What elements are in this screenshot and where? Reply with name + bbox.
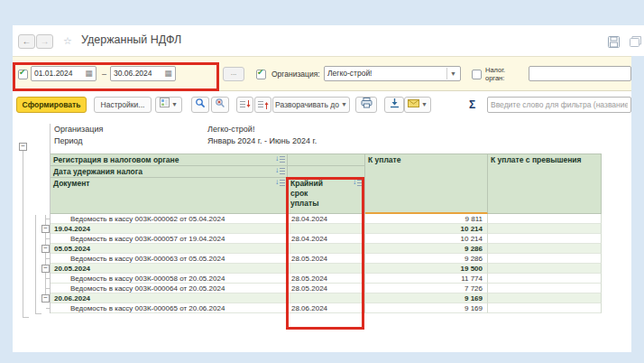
organization-label: Организация: <box>271 70 320 79</box>
collapse-group-icon[interactable] <box>41 294 50 302</box>
period-checkbox[interactable] <box>18 70 28 79</box>
collapse-report-icon[interactable] <box>19 143 27 151</box>
document-cell[interactable]: 19.04.2024 <box>51 224 288 234</box>
calendar-icon[interactable]: ▦ <box>83 68 95 79</box>
document-cell[interactable]: Ведомость в кассу 003К-000065 от 20.06.2… <box>51 303 288 313</box>
header-deadline[interactable]: Крайний срок уплаты ↓ <box>288 178 365 214</box>
amount-cell[interactable]: 9 286 <box>365 254 488 264</box>
deadline-cell[interactable] <box>288 224 365 234</box>
sort-icon[interactable]: ↓ <box>275 155 285 163</box>
report-variants-button[interactable]: ▼ <box>155 97 182 113</box>
table-row[interactable]: Ведомость в кассу 003К-000065 от 20.06.2… <box>51 303 602 313</box>
deadline-cell[interactable]: 28.04.2024 <box>288 234 365 244</box>
expand-groups-icon[interactable] <box>236 97 253 113</box>
deadline-cell[interactable] <box>288 293 365 303</box>
filter-input[interactable] <box>487 97 631 113</box>
info-org-value: Легко-строй! <box>207 124 254 135</box>
deadline-cell[interactable] <box>288 244 365 254</box>
sort-icon[interactable]: ↓ <box>353 179 363 186</box>
send-email-button[interactable]: ▼ <box>404 97 431 113</box>
amount-cell[interactable]: 10 214 <box>365 224 488 234</box>
document-cell[interactable]: Ведомость в кассу 003К-000057 от 19.04.2… <box>51 234 288 244</box>
table-row[interactable]: Ведомость в кассу 003К-000062 от 05.04.2… <box>51 214 602 224</box>
deadline-cell[interactable]: 28.05.2024 <box>288 254 365 264</box>
sigma-totals-icon[interactable]: Σ <box>469 98 475 111</box>
save-icon[interactable] <box>608 35 620 51</box>
date-to-field[interactable]: 30.06.2024 ▦ <box>110 66 176 81</box>
collapse-group-icon[interactable] <box>41 245 50 253</box>
excess-cell[interactable] <box>488 244 602 254</box>
deadline-cell[interactable]: 28.05.2024 <box>288 284 365 293</box>
download-button[interactable] <box>384 97 404 113</box>
tax-authority-field[interactable] <box>529 66 631 81</box>
table-row[interactable]: Ведомость в кассу 003К-000064 от 20.05.2… <box>51 284 602 293</box>
document-cell[interactable]: Ведомость в кассу 003К-000064 от 20.05.2… <box>51 284 288 293</box>
table-row[interactable]: 19.04.2024 10 214 <box>51 224 602 234</box>
header-to-pay[interactable]: К уплате <box>365 154 488 214</box>
table-row[interactable]: 20.06.2024 9 169 <box>51 293 602 303</box>
collapse-group-icon[interactable] <box>41 265 50 273</box>
header-registration-label: Регистрация в налоговом органе <box>53 155 179 164</box>
header-document[interactable]: Документ ↓ <box>51 178 288 214</box>
excess-cell[interactable] <box>488 264 602 274</box>
excess-cell[interactable] <box>488 284 602 293</box>
amount-cell[interactable]: 19 500 <box>365 264 488 274</box>
document-cell[interactable]: Ведомость в кассу 003К-000062 от 05.04.2… <box>51 214 288 224</box>
organization-select[interactable]: Легко-строй! ▼ <box>324 66 461 81</box>
table-row[interactable]: Ведомость в кассу 003К-000058 от 20.05.2… <box>51 274 602 284</box>
period-more-button[interactable]: ... <box>223 67 244 81</box>
tree-line <box>35 313 41 314</box>
header-to-pay-excess[interactable]: К уплате с превышения <box>488 154 602 214</box>
amount-cell[interactable]: 9 286 <box>365 244 488 254</box>
table-row[interactable]: Ведомость в кассу 003К-000057 от 19.04.2… <box>51 234 602 244</box>
excess-cell[interactable] <box>488 254 602 264</box>
calendar-icon[interactable]: ▦ <box>162 68 174 79</box>
settings-button[interactable]: Настройки... <box>94 97 152 113</box>
print-button[interactable] <box>355 97 377 113</box>
amount-cell[interactable]: 10 214 <box>365 234 488 244</box>
tax-authority-checkbox[interactable] <box>472 70 482 79</box>
document-cell[interactable]: 20.05.2024 <box>51 264 288 274</box>
favorite-star-icon[interactable]: ☆ <box>63 35 72 47</box>
chevron-down-icon: ▼ <box>421 98 428 112</box>
document-cell[interactable]: Ведомость в кассу 003К-000058 от 20.05.2… <box>51 274 288 284</box>
sort-icon[interactable]: ↓ <box>275 167 285 174</box>
collapse-groups-icon[interactable] <box>254 97 271 113</box>
back-button[interactable]: ← <box>18 34 35 49</box>
excess-cell[interactable] <box>488 214 602 224</box>
excess-cell[interactable] <box>488 224 602 234</box>
document-cell[interactable]: Ведомость в кассу 003К-000063 от 05.05.2… <box>51 254 288 264</box>
document-cell[interactable]: 20.06.2024 <box>51 293 288 303</box>
header-withhold-date-label: Дата удержания налога <box>53 167 143 176</box>
search-cancel-button[interactable] <box>211 97 229 113</box>
amount-cell[interactable]: 11 774 <box>365 274 488 284</box>
table-row[interactable]: Ведомость в кассу 003К-000063 от 05.05.2… <box>51 254 602 264</box>
window-options-icon[interactable] <box>630 35 641 51</box>
table-row[interactable]: 20.05.2024 19 500 <box>51 264 602 274</box>
organization-checkbox[interactable] <box>256 70 266 79</box>
deadline-cell[interactable]: 28.06.2024 <box>288 303 365 313</box>
amount-cell[interactable]: 9 169 <box>365 293 488 303</box>
document-cell[interactable]: 05.05.2024 <box>51 244 288 254</box>
amount-cell[interactable]: 7 726 <box>365 284 488 293</box>
excess-cell[interactable] <box>488 274 602 284</box>
search-button[interactable] <box>191 97 209 113</box>
generate-button[interactable]: Сформировать <box>16 97 87 113</box>
header-withhold-date[interactable]: Дата удержания налога ↓ <box>51 166 288 178</box>
amount-cell[interactable]: 9 811 <box>365 214 488 224</box>
excess-cell[interactable] <box>488 234 602 244</box>
collapse-group-icon[interactable] <box>41 225 50 233</box>
deadline-cell[interactable]: 28.04.2024 <box>288 214 365 224</box>
sort-icon[interactable]: ↓ <box>275 179 285 186</box>
date-from-field[interactable]: 01.01.2024 ▦ <box>31 66 97 81</box>
forward-button[interactable]: → <box>36 34 53 49</box>
table-row[interactable]: 05.05.2024 9 286 <box>51 244 602 254</box>
excess-cell[interactable] <box>488 293 602 303</box>
chevron-down-icon[interactable]: ▼ <box>446 68 459 79</box>
expand-to-button[interactable]: Разворачивать до▼ <box>272 97 350 113</box>
amount-cell[interactable]: 9 169 <box>365 303 488 313</box>
deadline-cell[interactable] <box>288 264 365 274</box>
header-registration[interactable]: Регистрация в налоговом органе ↓ <box>51 154 288 166</box>
excess-cell[interactable] <box>488 303 602 313</box>
deadline-cell[interactable]: 28.05.2024 <box>288 274 365 284</box>
